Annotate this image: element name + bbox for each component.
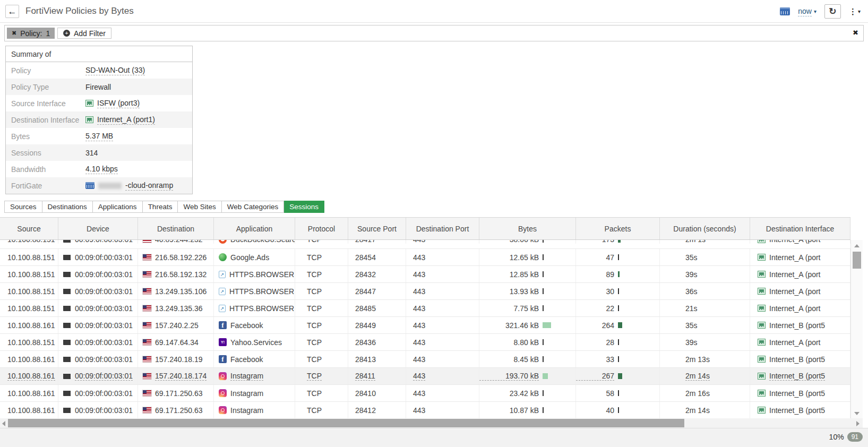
- tab-threats[interactable]: Threats: [143, 201, 178, 213]
- cell-destination-port[interactable]: 443: [406, 300, 479, 316]
- table-row[interactable]: 10.100.88.15100:09:0f:00:03:01216.58.192…: [0, 249, 850, 266]
- cell-packets[interactable]: 89: [576, 266, 660, 282]
- cell-application[interactable]: Instagram: [214, 385, 295, 401]
- cell-bytes[interactable]: 8.45 kB: [479, 351, 576, 367]
- cell-protocol[interactable]: TCP: [295, 385, 348, 401]
- cell-destination[interactable]: 13.249.135.106: [138, 283, 214, 299]
- cell-destination[interactable]: 157.240.18.19: [138, 351, 214, 367]
- cell-destination-port[interactable]: 443: [406, 385, 479, 401]
- cell-source-port[interactable]: 28412: [348, 402, 406, 418]
- cell-source[interactable]: 10.100.88.161: [0, 317, 58, 333]
- cell-destination-interface[interactable]: Internet_A (port: [750, 240, 850, 244]
- cell-bytes[interactable]: 13.93 kB: [479, 283, 576, 299]
- cell-application[interactable]: ↗HTTPS.BROWSER: [214, 266, 295, 282]
- cell-protocol[interactable]: TCP: [295, 266, 348, 282]
- cell-application[interactable]: Instagram: [214, 402, 295, 418]
- summary-value[interactable]: Internet_A (port1): [85, 115, 155, 125]
- cell-device[interactable]: 00:09:0f:00:03:01: [58, 240, 138, 244]
- cell-protocol[interactable]: TCP: [295, 334, 348, 350]
- cell-bytes[interactable]: 10.87 kB: [479, 402, 576, 418]
- cell-destination-interface[interactable]: Internet_A (port: [750, 249, 850, 265]
- tab-sessions[interactable]: Sessions: [284, 201, 324, 213]
- column-header-packets[interactable]: Packets: [576, 218, 660, 239]
- cell-device[interactable]: 00:09:0f:00:03:01: [58, 368, 138, 384]
- column-header-bytes[interactable]: Bytes: [479, 218, 576, 239]
- cell-source-port[interactable]: 28410: [348, 385, 406, 401]
- cell-destination-port[interactable]: 443: [406, 402, 479, 418]
- cell-duration[interactable]: 39s: [660, 334, 750, 350]
- cell-duration[interactable]: 35s: [660, 249, 750, 265]
- tab-applications[interactable]: Applications: [93, 201, 143, 213]
- cell-protocol[interactable]: TCP: [295, 402, 348, 418]
- cell-bytes[interactable]: 7.75 kB: [479, 300, 576, 316]
- cell-packets[interactable]: 173: [576, 240, 660, 244]
- cell-bytes[interactable]: 12.85 kB: [479, 266, 576, 282]
- more-options-menu[interactable]: ⋮ ▾: [849, 7, 861, 16]
- cell-destination-port[interactable]: 443: [406, 368, 479, 384]
- table-row[interactable]: 10.100.88.16100:09:0f:00:03:01157.240.18…: [0, 368, 850, 385]
- add-filter-button[interactable]: + Add Filter: [57, 28, 111, 39]
- cell-destination[interactable]: 69.171.250.63: [138, 402, 214, 418]
- cell-destination-interface[interactable]: Internet_A (port: [750, 334, 850, 350]
- cell-packets[interactable]: 28: [576, 334, 660, 350]
- cell-destination-interface[interactable]: Internet_B (port5: [750, 368, 850, 384]
- horizontal-scrollbar-thumb[interactable]: [8, 419, 684, 427]
- cell-source[interactable]: 10.100.88.151: [0, 249, 58, 265]
- cell-protocol[interactable]: TCP: [295, 351, 348, 367]
- cell-device[interactable]: 00:09:0f:00:03:01: [58, 300, 138, 316]
- cell-packets[interactable]: 47: [576, 249, 660, 265]
- cell-device[interactable]: 00:09:0f:00:03:01: [58, 351, 138, 367]
- cell-source[interactable]: 10.100.88.151: [0, 240, 58, 244]
- cell-destination-port[interactable]: 443: [406, 240, 479, 244]
- column-header-destination-port[interactable]: Destination Port: [406, 218, 479, 239]
- cell-destination-port[interactable]: 443: [406, 266, 479, 282]
- remove-filter-icon[interactable]: ✖: [12, 30, 16, 37]
- cell-source[interactable]: 10.100.88.151: [0, 283, 58, 299]
- cell-destination[interactable]: 69.171.250.63: [138, 385, 214, 401]
- cell-source-port[interactable]: 28485: [348, 300, 406, 316]
- cell-source-port[interactable]: 28449: [348, 317, 406, 333]
- cell-duration[interactable]: 35s: [660, 317, 750, 333]
- cell-duration[interactable]: 2m 1s: [660, 240, 750, 244]
- table-row[interactable]: 10.100.88.16100:09:0f:00:03:0169.171.250…: [0, 402, 850, 419]
- table-row[interactable]: 10.100.88.15100:09:0f:00:03:0113.249.135…: [0, 300, 850, 317]
- column-header-device[interactable]: Device: [58, 218, 138, 239]
- cell-application[interactable]: ↗HTTPS.BROWSER: [214, 300, 295, 316]
- cell-source[interactable]: 10.100.88.151: [0, 334, 58, 350]
- cell-protocol[interactable]: TCP: [295, 317, 348, 333]
- cell-application[interactable]: Instagram: [214, 368, 295, 384]
- cell-device[interactable]: 00:09:0f:00:03:01: [58, 266, 138, 282]
- cell-bytes[interactable]: 23.42 kB: [479, 385, 576, 401]
- cell-bytes[interactable]: 8.80 kB: [479, 334, 576, 350]
- cell-destination[interactable]: 157.240.2.25: [138, 317, 214, 333]
- horizontal-scrollbar[interactable]: [0, 418, 863, 428]
- cell-source[interactable]: 10.100.88.151: [0, 266, 58, 282]
- table-row[interactable]: 10.100.88.15100:09:0f:00:03:0113.249.135…: [0, 283, 850, 300]
- cell-application[interactable]: fFacebook: [214, 351, 295, 367]
- cell-destination-interface[interactable]: Internet_A (port: [750, 283, 850, 299]
- cell-destination-interface[interactable]: Internet_A (port: [750, 266, 850, 282]
- cell-destination-port[interactable]: 443: [406, 283, 479, 299]
- cell-destination[interactable]: 216.58.192.132: [138, 266, 214, 282]
- cell-protocol[interactable]: TCP: [295, 249, 348, 265]
- scroll-up-icon[interactable]: [854, 244, 860, 247]
- column-header-destination-interface[interactable]: Destination Interface: [750, 218, 850, 239]
- tab-destinations[interactable]: Destinations: [42, 201, 93, 213]
- column-header-destination[interactable]: Destination: [138, 218, 214, 239]
- cell-destination-interface[interactable]: Internet_B (port5: [750, 317, 850, 333]
- filter-bar[interactable]: ✖ Policy: 1 + Add Filter ✖: [4, 25, 864, 41]
- column-header-duration-seconds-[interactable]: Duration (seconds): [660, 218, 750, 239]
- table-row[interactable]: 10.100.88.16100:09:0f:00:03:0169.171.250…: [0, 385, 850, 402]
- cell-packets[interactable]: 40: [576, 402, 660, 418]
- table-row[interactable]: 10.100.88.15100:09:0f:00:03:0140.89.244.…: [0, 240, 850, 249]
- column-header-source[interactable]: Source: [0, 218, 58, 239]
- refresh-button[interactable]: ↻: [824, 4, 841, 19]
- cell-duration[interactable]: 2m 14s: [660, 368, 750, 384]
- cell-device[interactable]: 00:09:0f:00:03:01: [58, 283, 138, 299]
- policy-filter-chip[interactable]: ✖ Policy: 1: [7, 28, 55, 39]
- cell-bytes[interactable]: 193.70 kB: [479, 368, 576, 384]
- table-row[interactable]: 10.100.88.16100:09:0f:00:03:01157.240.18…: [0, 351, 850, 368]
- cell-duration[interactable]: 39s: [660, 266, 750, 282]
- cell-destination-interface[interactable]: Internet_B (port5: [750, 385, 850, 401]
- cell-destination[interactable]: 13.249.135.36: [138, 300, 214, 316]
